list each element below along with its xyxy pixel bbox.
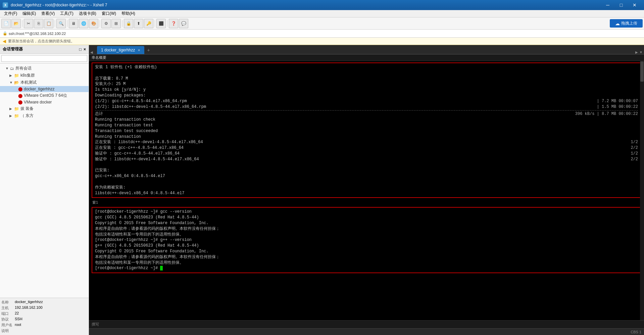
maximize-button[interactable]: □ <box>614 0 628 10</box>
term-pkg2-text: (2/2): libstdc++-devel-4.8.5-44.el7.x86_… <box>95 104 206 110</box>
folder-icon: 📁 <box>14 114 19 118</box>
folder-icon: 🗂 <box>10 66 14 71</box>
term-gcc-cmd: [root@docker-tigerhhzz ~]# gcc --version <box>95 209 192 214</box>
sidebar-item-label: 拔 装备 <box>20 106 34 112</box>
paste-btn[interactable]: 📋 <box>44 19 53 28</box>
menu-file[interactable]: 文件(F) <box>1 10 20 17</box>
info-row-host: 主机 192.168.162.100 <box>1 305 87 311</box>
copy-btn[interactable]: ⎘ <box>34 19 43 28</box>
close-button[interactable]: ✕ <box>628 0 641 10</box>
tab-add-button[interactable]: + <box>144 46 152 54</box>
address-text: ssh://root:***@192.168.162.100:22 <box>9 32 66 36</box>
scrollbar-thumb[interactable] <box>640 61 644 82</box>
menu-view[interactable]: 查看(V) <box>39 10 57 17</box>
sidebar-item-all-sessions[interactable]: ▼ 🗂 所有会话 <box>0 65 89 72</box>
menu-help[interactable]: 帮助(H) <box>119 10 138 17</box>
sidebar-item-vmware-centos[interactable]: ⬤ VMware CentOS 7 64位 <box>0 92 89 99</box>
term-verify2-num: 2/2 <box>631 157 638 162</box>
sidebar-header: 会话管理器 □ × <box>0 45 89 54</box>
term-line-verify1: 验证中 : gcc-c++-4.8.5-44.el7.x86_64 1/2 <box>95 151 638 157</box>
key-btn[interactable]: 🔑 <box>144 19 153 28</box>
session-summary-bar: 串名概要 <box>89 54 644 61</box>
term-line-libstdc-installed: libstdc++-devel.x86_64 0:4.8.5-44.el7 <box>95 191 184 196</box>
sep3 <box>67 20 67 27</box>
sidebar-item-local-test[interactable]: ▼ 📂 本机测试 <box>0 79 89 86</box>
sidebar-item-k8s[interactable]: ▶ 📁 k8s集群 <box>0 72 89 79</box>
sidebar-pin-icon[interactable]: □ <box>79 47 82 52</box>
sidebar-item-dongfang[interactable]: ▶ 📁 （ 东方 <box>0 112 89 119</box>
info-value-username: root <box>15 323 21 328</box>
info-row-port: 端口 22 <box>1 311 87 317</box>
terminal-scrollbar[interactable] <box>640 61 644 320</box>
sidebar-item-equipment[interactable]: ▶ 📁 拔 装备 <box>0 105 89 112</box>
info-value-protocol: SSH <box>15 317 22 322</box>
terminal-section-label: 窗1 <box>89 199 644 206</box>
status-right: CBS 1 <box>631 330 641 334</box>
tab-docker-tigerhhzz[interactable]: 1 docker_tigerhhzz ✕ <box>97 46 144 54</box>
term-line-installing1: 正在安装 : libstdc++-devel-4.8.5-44.el7.x86_… <box>95 139 638 145</box>
term-line-test: Running transaction test <box>95 123 153 128</box>
menu-tabs[interactable]: 选项卡(B) <box>76 10 99 17</box>
folder-icon: 📂 <box>14 80 19 85</box>
info-btn[interactable]: 💬 <box>179 19 188 28</box>
term-pkg1-text: (1/2): gcc-c++-4.8.5-44.el7.x86_64.rpm <box>95 98 187 104</box>
address-lock-icon: 🔒 <box>3 31 7 36</box>
term-line-install-size: 安装大小: 25 M <box>95 82 126 86</box>
menu-window[interactable]: 窗口(W) <box>99 10 119 17</box>
color-btn[interactable]: 🎨 <box>89 19 98 28</box>
tab-nav-left[interactable]: ◀ <box>90 50 93 54</box>
info-value-port: 22 <box>15 311 19 316</box>
menu-tools[interactable]: 工具(T) <box>57 10 76 17</box>
server-icon: ⬤ <box>18 87 22 91</box>
server-icon: ⬤ <box>18 100 22 104</box>
term-line-download-size: 总下载量: 8.7 M <box>95 76 128 81</box>
terminal-cursor <box>160 266 163 270</box>
term-installing1-num: 1/2 <box>631 139 638 145</box>
info-label-host: 主机 <box>1 305 15 310</box>
title-bar-left: X docker_tigerhhzz - root@docker-tigerhh… <box>3 2 107 8</box>
settings-btn[interactable]: ⚙ <box>101 19 111 28</box>
term-line-check: Running transaction check <box>95 117 155 122</box>
sidebar-item-docker-tigerhhzz[interactable]: ⬤ docker_tigerhhzz <box>0 86 89 92</box>
sep1 <box>22 20 22 27</box>
term-line-gcc-installed: gcc-c++.x86_64 0:4.8.5-44.el7 <box>95 174 165 178</box>
term-verify1-text: 验证中 : gcc-c++-4.8.5-44.el7.x86_64 <box>95 151 180 157</box>
sidebar-item-vmware-docker[interactable]: ⬤ VMware docker <box>0 99 89 105</box>
upload-button[interactable]: ☁ 拖拽上传 <box>610 19 643 28</box>
term-gpp-cmd: [root@docker-tigerhhzz ~]# g++ --version <box>95 238 192 242</box>
sidebar-search-input[interactable] <box>1 55 87 62</box>
term-gpp-ver: g++ (GCC) 4.8.5 20150623 (Red Hat 4.8.5-… <box>95 243 199 248</box>
session-btn[interactable]: 🖥 <box>69 19 78 28</box>
menu-edit[interactable]: 编辑(E) <box>20 10 39 17</box>
tab-nav-right[interactable]: ▶ <box>635 50 638 54</box>
globe-btn[interactable]: 🌐 <box>79 19 88 28</box>
tab-nav-down[interactable]: ▼ <box>639 50 643 54</box>
help-btn[interactable]: ❓ <box>169 19 178 28</box>
open-btn[interactable]: 📂 <box>11 19 21 28</box>
term-line-total: 总计 396 kB/s | 8.7 MB 00:00:22 <box>95 111 638 117</box>
cut-btn[interactable]: ✂ <box>24 19 33 28</box>
term-gcc-notice2: 包括没有适销性和某一专用目的下的适用性担保。 <box>95 232 184 237</box>
terminal-lower-section: [root@docker-tigerhhzz ~]# gcc --version… <box>92 207 641 273</box>
term-total-speed: 396 kB/s | 8.7 MB 00:00:22 <box>575 111 638 117</box>
sidebar-item-label: k8s集群 <box>20 73 35 78</box>
minimize-button[interactable]: ─ <box>601 0 614 10</box>
term-line-confirm: Is this ok [y/d/N]: y <box>95 87 146 92</box>
notif-arrow-icon: ◀ <box>3 39 6 44</box>
term-gpp-notice2: 包括没有适销性和某一专用目的下的适用性担保。 <box>95 260 184 265</box>
sep5 <box>122 20 122 27</box>
sidebar-close-icon[interactable]: × <box>84 47 86 52</box>
term-line-installing2: 正在安装 : gcc-c++-4.8.5-44.el7.x86_64 2/2 <box>95 145 638 151</box>
lock-btn[interactable]: 🔒 <box>124 19 133 28</box>
tab-close-icon[interactable]: ✕ <box>138 48 140 52</box>
terminal-scroll[interactable]: 安装 1 软件包 (+1 依赖软件包) 总下载量: 8.7 M 安装大小: 25… <box>89 61 644 320</box>
find-btn[interactable]: 🔍 <box>56 19 66 28</box>
new-session-btn[interactable]: 📄 <box>1 19 11 28</box>
terminal-btn[interactable]: ⬛ <box>156 19 166 28</box>
layout-btn[interactable]: ⊞ <box>111 19 121 28</box>
sidebar-item-label: 本机测试 <box>20 80 37 85</box>
terminal-content[interactable]: 串名概要 安装 1 软件包 (+1 依赖软件包) 总下载量: 8.7 M 安装大… <box>89 54 644 335</box>
xshell-icon: X <box>3 2 8 8</box>
term-gcc-copyright: Copyright © 2015 Free Software Foundatio… <box>95 221 208 225</box>
transfer-btn[interactable]: ⬆ <box>134 19 143 28</box>
